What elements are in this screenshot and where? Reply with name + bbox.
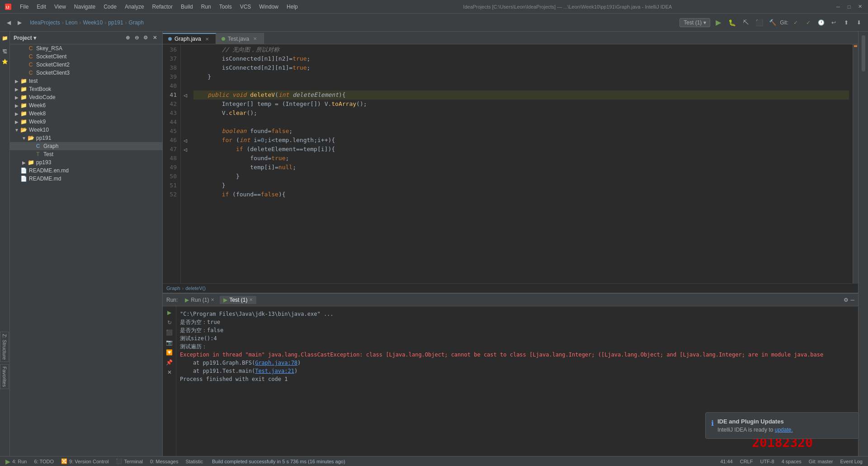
menu-file[interactable]: File — [16, 3, 32, 11]
tree-item-week9[interactable]: ▶ 📁 Week9 — [10, 118, 162, 126]
breadcrumb-leon[interactable]: Leon — [66, 19, 78, 26]
run-with-coverage-button[interactable]: ⛏ — [740, 17, 751, 28]
project-sidebar-icon[interactable]: 📁 — [0, 33, 9, 43]
menu-vcs[interactable]: VCS — [236, 3, 255, 11]
breadcrumb-week10[interactable]: Week10 — [83, 19, 103, 26]
menu-analyze[interactable]: Analyze — [121, 3, 148, 11]
tree-item-pp191[interactable]: ▼ 📂 pp191 — [10, 134, 162, 142]
tree-item-week8[interactable]: ▶ 📁 Week8 — [10, 109, 162, 118]
code-content[interactable]: // 无向图，所以对称 isConnected[n1][n2]=true; is… — [190, 44, 853, 283]
menu-help[interactable]: Help — [283, 3, 302, 11]
breadcrumb-graph[interactable]: Graph — [166, 285, 180, 291]
menu-navigate[interactable]: Navigate — [71, 3, 99, 11]
run-panel-tabs: Run: ▶ Run (1) ✕ ▶ Test (1) ✕ ⚙ ─ — [163, 294, 858, 306]
tree-item-socket-client3[interactable]: C SocketClient3 — [10, 69, 162, 77]
breadcrumb-deletev[interactable]: deleteV() — [185, 285, 206, 291]
run-panel-minimize-icon[interactable]: ─ — [850, 297, 854, 303]
tab-test-1[interactable]: ▶ Test (1) ✕ — [220, 296, 256, 304]
cursor-position[interactable]: 41:44 — [718, 459, 735, 464]
close-run-button[interactable]: ✕ — [165, 368, 174, 377]
tree-item-readme-en[interactable]: 📄 README.en.md — [10, 166, 162, 175]
tab-graph-java[interactable]: Graph.java ✕ — [163, 33, 216, 44]
forward-button[interactable]: ▶ — [14, 18, 24, 28]
stop-run-button[interactable]: ⬛ — [165, 328, 174, 337]
close-button[interactable]: ✕ — [855, 2, 864, 11]
indent-status[interactable]: 4 spaces — [780, 459, 803, 464]
menu-tools[interactable]: Tools — [216, 3, 236, 11]
code-editor[interactable]: 36 37 38 39 40 41 42 43 44 45 46 47 48 4… — [163, 44, 858, 283]
event-log-status[interactable]: Event Log — [838, 459, 864, 464]
menu-window[interactable]: Window — [255, 3, 282, 11]
breadcrumb-pp191[interactable]: pp191 — [108, 19, 123, 26]
tree-item-textbook[interactable]: ▶ 📁 TextBook — [10, 85, 162, 93]
tree-item-week6[interactable]: ▶ 📁 Week6 — [10, 101, 162, 109]
git-clock-icon[interactable]: 🕐 — [816, 17, 826, 28]
z-structure-panel[interactable]: Z: Structure — [0, 332, 9, 362]
encoding-status[interactable]: UTF-8 — [758, 459, 776, 464]
run-button[interactable]: ▶ — [713, 17, 724, 28]
back-button[interactable]: ◀ — [4, 18, 14, 28]
tree-item-graph[interactable]: C Graph — [10, 142, 162, 150]
rerun-button[interactable]: ▶ — [165, 308, 174, 317]
add-icon[interactable]: ⊕ — [123, 34, 132, 42]
todo-status-item[interactable]: 6: TODO — [32, 459, 56, 464]
tab-close-icon[interactable]: ✕ — [249, 297, 253, 302]
build-button[interactable]: 🔨 — [767, 17, 778, 28]
tree-item-test-class[interactable]: T Test — [10, 150, 162, 158]
snapshot-button[interactable]: 📷 — [165, 338, 174, 347]
menu-build[interactable]: Build — [177, 3, 197, 11]
filter-button[interactable]: 🔽 — [165, 348, 174, 357]
tab-close-button[interactable]: ✕ — [204, 36, 210, 42]
notification-update-link[interactable]: update. — [775, 427, 793, 433]
settings-icon[interactable]: ⚙ — [142, 34, 150, 42]
scroll-gutter[interactable] — [853, 44, 858, 283]
tree-item-test-folder[interactable]: ▶ 📁 test — [10, 77, 162, 85]
pin-tab-button[interactable]: 📌 — [165, 358, 174, 367]
close-panel-icon[interactable]: ✕ — [151, 34, 159, 42]
tree-item-socket-client2[interactable]: C SocketClient2 — [10, 61, 162, 69]
menu-view[interactable]: View — [51, 3, 70, 11]
terminal-status-item[interactable]: ⬛ Terminal — [114, 458, 145, 464]
structure-sidebar-icon[interactable]: 🏗 — [0, 47, 9, 56]
tab-test-java[interactable]: Test.java ✕ — [216, 33, 264, 44]
menu-run[interactable]: Run — [198, 3, 215, 11]
vcs-status-item[interactable]: 🔀 9: Version Control — [59, 458, 110, 464]
git-revert-icon[interactable]: ↩ — [828, 17, 839, 28]
git-check2-icon[interactable]: ✓ — [803, 17, 814, 28]
git-branch-status[interactable]: Git: master — [807, 459, 835, 464]
tab-run-1[interactable]: ▶ Run (1) ✕ — [181, 296, 218, 304]
tab-close-icon[interactable]: ✕ — [211, 297, 214, 302]
tree-item-readme[interactable]: 📄 README.md — [10, 175, 162, 183]
statistic-status-item[interactable]: Statistic — [184, 459, 205, 464]
breadcrumb-ideaprojects[interactable]: IdeaProjects — [30, 19, 60, 26]
tree-item-pp193[interactable]: ▶ 📁 pp193 — [10, 158, 162, 166]
graph-link[interactable]: Graph.java:78 — [255, 360, 297, 366]
debug-button[interactable]: 🐛 — [726, 17, 737, 28]
line-separator[interactable]: CRLF — [738, 459, 755, 464]
git-check-icon[interactable]: ✓ — [790, 17, 801, 28]
test-link[interactable]: Test.java:21 — [255, 368, 294, 374]
run-panel-settings-icon[interactable]: ⚙ — [844, 297, 849, 303]
tree-item-vediocode[interactable]: ▶ 📁 VedioCode — [10, 93, 162, 101]
run-status-item[interactable]: ▶ 4: Run — [4, 458, 28, 465]
favorites-panel[interactable]: Favorites — [0, 364, 9, 389]
run-config-selector[interactable]: Test (1) ▾ — [679, 18, 710, 27]
right-scroll-indicator[interactable] — [862, 35, 865, 71]
breadcrumb-graph[interactable]: Graph — [129, 19, 144, 26]
tree-item-week10[interactable]: ▼ 📂 Week10 — [10, 126, 162, 134]
menu-edit[interactable]: Edit — [33, 3, 50, 11]
tree-item-socket-client[interactable]: C SocketClient — [10, 52, 162, 61]
favorites-sidebar-icon[interactable]: ⭐ — [0, 57, 9, 66]
tab-close-button[interactable]: ✕ — [252, 36, 258, 42]
menu-code[interactable]: Code — [100, 3, 120, 11]
menu-refactor[interactable]: Refactor — [149, 3, 176, 11]
git-pull-icon[interactable]: ⬇ — [854, 17, 864, 28]
minimize-button[interactable]: ─ — [834, 2, 843, 11]
collapse-icon[interactable]: ⊖ — [132, 34, 141, 42]
tree-item-skey-rsa[interactable]: C Skey_RSA — [10, 44, 162, 52]
rerun-failed-button[interactable]: ↻ — [165, 318, 174, 327]
stop-button[interactable]: ⬛ — [754, 17, 764, 28]
maximize-button[interactable]: □ — [844, 2, 854, 11]
messages-status-item[interactable]: 0: Messages — [148, 459, 180, 464]
git-push-icon[interactable]: ⬆ — [841, 17, 852, 28]
